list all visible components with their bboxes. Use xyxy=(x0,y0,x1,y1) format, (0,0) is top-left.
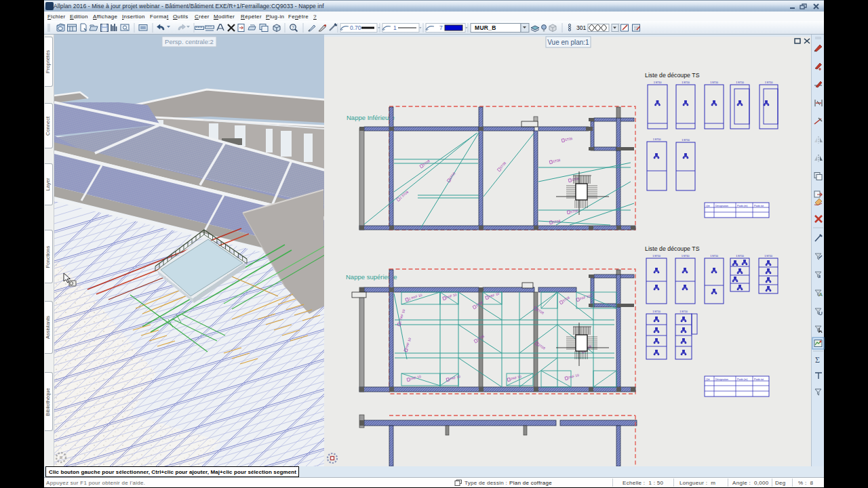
svg-text:MUR_B: MUR_B xyxy=(475,24,496,31)
svg-text:Nappe Inférieure: Nappe Inférieure xyxy=(347,114,395,121)
svg-text:1 ST10: 1 ST10 xyxy=(682,254,690,258)
svg-text:Désignation: Désignation xyxy=(715,378,728,381)
svg-text:1 ST10: 1 ST10 xyxy=(653,138,662,141)
svg-text:A: A xyxy=(819,292,823,297)
svg-text:1 ST10: 1 ST10 xyxy=(710,254,719,258)
svg-text:7: 7 xyxy=(439,24,443,31)
svg-text:Liste de découpe TS: Liste de découpe TS xyxy=(645,245,700,252)
svg-text:Poids (m): Poids (m) xyxy=(737,205,747,207)
svg-text:1 ST10: 1 ST10 xyxy=(710,81,719,84)
svg-text:Poids tot: Poids tot xyxy=(754,205,764,207)
svg-text:1 ST10: 1 ST10 xyxy=(652,254,661,258)
svg-text:Poids tot: Poids tot xyxy=(754,378,764,381)
svg-text:?: ? xyxy=(292,25,294,30)
svg-text:1 ST10: 1 ST10 xyxy=(736,81,745,84)
svg-text:Vue en plan:1: Vue en plan:1 xyxy=(547,39,589,46)
svg-text:1 ST10: 1 ST10 xyxy=(652,310,661,313)
svg-text:1: 1 xyxy=(393,24,397,31)
svg-text:Σ: Σ xyxy=(815,355,820,365)
svg-text:1 ST10: 1 ST10 xyxy=(679,310,688,313)
svg-text:Qté: Qté xyxy=(706,378,710,381)
svg-text:Désignation: Désignation xyxy=(715,205,728,207)
svg-text:1 ST10: 1 ST10 xyxy=(682,138,690,142)
svg-text:1 ST10: 1 ST10 xyxy=(765,81,774,84)
svg-text:1 ST10: 1 ST10 xyxy=(764,254,773,258)
svg-text:Liste de découpe TS: Liste de découpe TS xyxy=(645,72,700,79)
svg-text:Persp. centrale:2: Persp. centrale:2 xyxy=(165,38,214,45)
svg-text:Qté: Qté xyxy=(706,205,710,207)
svg-text:1 ST10: 1 ST10 xyxy=(654,81,663,84)
svg-text:1 ST10: 1 ST10 xyxy=(682,81,690,84)
svg-text:301: 301 xyxy=(576,24,586,31)
svg-text:Poids (m): Poids (m) xyxy=(737,378,747,381)
svg-text:1 ST10: 1 ST10 xyxy=(736,254,745,258)
svg-text:0.70: 0.70 xyxy=(350,24,361,31)
